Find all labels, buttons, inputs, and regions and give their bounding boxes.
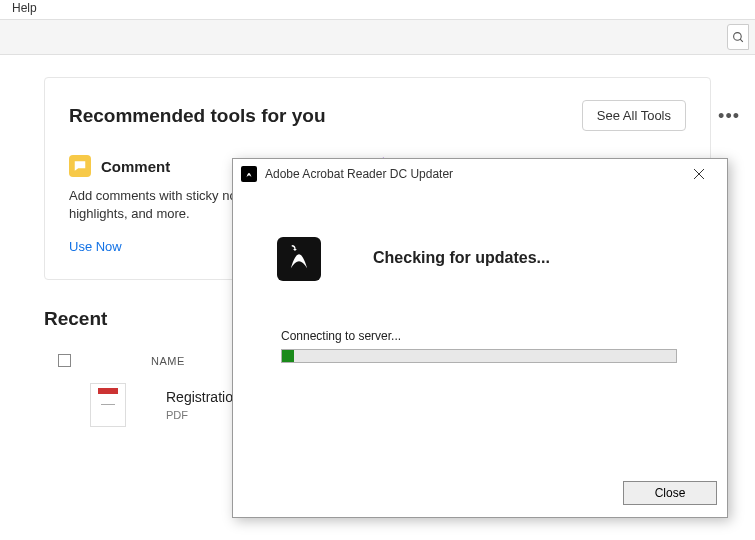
panel-title: Recommended tools for you [69, 105, 326, 127]
acrobat-app-icon [241, 166, 257, 182]
tool-comment-name: Comment [101, 158, 170, 175]
select-all-checkbox[interactable] [58, 354, 71, 367]
progress-bar [281, 349, 677, 363]
close-button[interactable]: Close [623, 481, 717, 505]
menu-help[interactable]: Help [6, 0, 43, 17]
dialog-close-x[interactable] [679, 160, 719, 188]
toolbar [0, 20, 755, 55]
search-button[interactable] [727, 24, 749, 50]
see-all-tools-button[interactable]: See All Tools [582, 100, 686, 131]
use-now-link[interactable]: Use Now [69, 239, 122, 254]
more-options-icon[interactable]: ••• [718, 106, 740, 127]
comment-icon [69, 155, 91, 177]
close-icon [694, 169, 704, 179]
updater-dialog: Adobe Acrobat Reader DC Updater Checking… [232, 158, 728, 518]
progress-fill [282, 350, 294, 362]
svg-line-1 [740, 39, 743, 42]
column-name: NAME [151, 355, 185, 367]
acrobat-update-icon [277, 237, 321, 281]
menubar: Help [0, 0, 755, 20]
file-type: PDF [166, 409, 241, 421]
dialog-status-text: Connecting to server... [281, 329, 401, 343]
dialog-titlebar[interactable]: Adobe Acrobat Reader DC Updater [233, 159, 727, 189]
dialog-heading: Checking for updates... [373, 249, 550, 267]
dialog-title: Adobe Acrobat Reader DC Updater [265, 167, 679, 181]
search-icon [732, 31, 745, 44]
pdf-thumbnail-icon [90, 383, 126, 427]
svg-point-0 [733, 32, 741, 40]
file-name: Registration [166, 389, 241, 405]
